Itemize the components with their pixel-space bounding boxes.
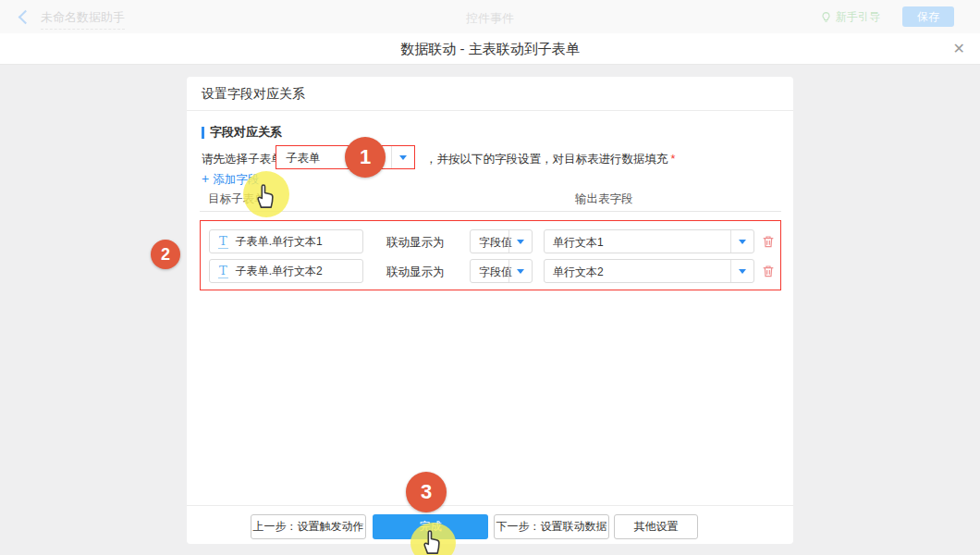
settings-panel: 设置字段对应关系 字段对应关系 请先选择子表单 子表单 ，并按以下的字段设置，对… xyxy=(187,77,793,544)
panel-footer: 上一步：设置触发动作 完成 下一步：设置联动数据 其他设置 xyxy=(187,505,793,544)
delete-row-icon[interactable] xyxy=(761,234,776,249)
subform-select-value: 子表单 xyxy=(286,151,321,166)
dialog-title: 数据联动 - 主表联动到子表单 xyxy=(0,33,980,64)
mode-select[interactable]: 字段值 xyxy=(470,259,533,283)
text-field-icon: T xyxy=(218,235,228,249)
chevron-down-icon xyxy=(508,230,532,253)
chevron-down-icon xyxy=(508,260,532,282)
step-badge-1: 1 xyxy=(345,137,386,178)
display-as-label: 联动显示为 xyxy=(386,265,445,280)
dialog-header: 数据联动 - 主表联动到子表单 ✕ xyxy=(0,33,980,65)
panel-title: 设置字段对应关系 xyxy=(187,77,793,111)
topbar: 未命名数据助手 控件事件 新手引导 保存 xyxy=(0,0,980,33)
output-field-select[interactable]: 单行文本1 xyxy=(544,229,754,253)
guide-label: 新手引导 xyxy=(836,9,880,25)
selector-hint: ，并按以下的字段设置，对目标表进行数据填充* xyxy=(425,152,675,167)
hand-pointer-icon xyxy=(251,179,279,213)
chevron-down-icon xyxy=(391,146,414,168)
hand-pointer-icon xyxy=(418,525,446,555)
save-button[interactable]: 保存 xyxy=(902,6,954,27)
text-field-icon: T xyxy=(218,265,228,278)
table-row: T 子表单.单行文本1 联动显示为 字段值 单行文本1 xyxy=(201,229,780,253)
target-field-input[interactable]: T 子表单.单行文本1 xyxy=(209,229,363,253)
guide-button[interactable]: 新手引导 xyxy=(820,9,880,25)
next-step-button[interactable]: 下一步：设置联动数据 xyxy=(494,514,609,539)
app-stage: 未命名数据助手 控件事件 新手引导 保存 数据联动 - 主表联动到子表单 ✕ 设… xyxy=(0,0,980,555)
prev-step-button[interactable]: 上一步：设置触发动作 xyxy=(251,514,366,539)
delete-row-icon[interactable] xyxy=(761,264,776,278)
display-as-label: 联动显示为 xyxy=(386,235,445,251)
step-badge-2: 2 xyxy=(151,240,180,269)
section-title: 字段对应关系 xyxy=(202,124,282,141)
plus-icon: + xyxy=(202,171,209,186)
lightbulb-icon xyxy=(820,11,832,23)
chevron-down-icon xyxy=(730,230,753,253)
close-icon[interactable]: ✕ xyxy=(953,41,965,57)
output-field-select[interactable]: 单行文本2 xyxy=(544,259,754,283)
table-row: T 子表单.单行文本2 联动显示为 字段值 单行文本2 xyxy=(201,259,780,283)
mode-select[interactable]: 字段值 xyxy=(470,229,533,253)
step-badge-3: 3 xyxy=(406,472,447,512)
required-mark: * xyxy=(671,153,676,166)
target-field-input[interactable]: T 子表单.单行文本2 xyxy=(209,259,363,283)
header-divider xyxy=(200,211,781,212)
chevron-down-icon xyxy=(730,260,753,282)
subform-select-label: 请先选择子表单 xyxy=(202,152,283,167)
column-header-output: 输出表字段 xyxy=(575,191,633,207)
field-mapping-rows: T 子表单.单行文本1 联动显示为 字段值 单行文本1 xyxy=(200,220,781,290)
other-settings-button[interactable]: 其他设置 xyxy=(614,514,698,539)
